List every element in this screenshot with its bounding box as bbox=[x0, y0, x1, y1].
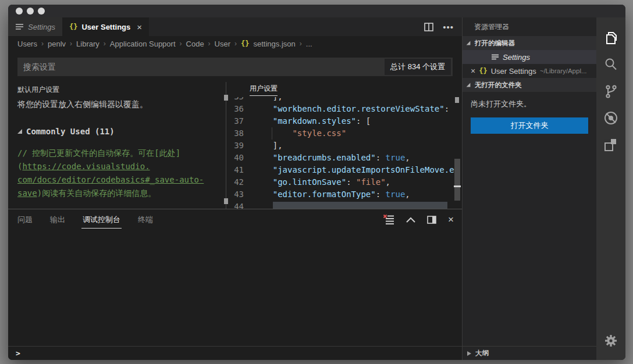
line-number: 43 bbox=[226, 188, 253, 201]
json-code-editor[interactable]: 35 ],36 "workbench.editor.restoreViewSta… bbox=[226, 97, 462, 209]
commonly-used-label: Commonly Used (11) bbox=[26, 127, 115, 136]
line-number: 38 bbox=[226, 127, 253, 140]
code-text: "markdown.styles": [ bbox=[253, 115, 371, 127]
editor-region: Settings {} User Settings × ••• Users›pe… bbox=[8, 17, 463, 360]
editor-tabbar: Settings {} User Settings × ••• bbox=[8, 17, 462, 36]
bottom-panel: 问题输出调试控制台终端 × bbox=[8, 209, 462, 360]
panel-tab-输出[interactable]: 输出 bbox=[49, 211, 66, 229]
split-editor-icon[interactable] bbox=[424, 23, 433, 31]
breadcrumb-separator: › bbox=[70, 40, 72, 48]
twisty-expanded-icon bbox=[467, 41, 471, 45]
json-file-icon: {} bbox=[69, 23, 77, 31]
code-line: 43 "editor.formatOnType": true, bbox=[226, 188, 462, 201]
open-editor-item-user-settings[interactable]: × {} User Settings ~/Library/Appl... bbox=[463, 64, 596, 78]
code-text: "workbench.editor.restoreViewState": bbox=[253, 103, 454, 115]
default-settings-pane: 默认用户设置 将您的设置放入右侧编辑器以覆盖。 Commonly Used (1… bbox=[8, 82, 226, 209]
debug-icon[interactable] bbox=[596, 105, 625, 131]
extensions-icon[interactable] bbox=[596, 131, 625, 158]
manage-gear-icon[interactable] bbox=[596, 327, 625, 354]
comment-line: (https://code.visualstudio. bbox=[17, 160, 226, 173]
code-text: ], bbox=[253, 97, 283, 103]
close-editor-icon[interactable]: × bbox=[471, 66, 475, 76]
panel-position-icon[interactable] bbox=[427, 216, 436, 224]
line-number: 40 bbox=[226, 152, 253, 164]
explorer-sidebar: 资源管理器 打开的编辑器 Settings × {} User Settings… bbox=[463, 17, 596, 360]
traffic-light-minimize[interactable] bbox=[27, 8, 34, 15]
breadcrumb-item[interactable]: Library bbox=[76, 40, 99, 48]
more-actions-icon[interactable]: ••• bbox=[443, 22, 454, 32]
breadcrumb-separator: › bbox=[180, 40, 182, 48]
breadcrumb-item[interactable]: Application Support bbox=[110, 40, 176, 48]
code-line: 44 bbox=[226, 201, 462, 209]
user-settings-pane: 用户设置 35 ],36 "workbench.editor.restoreVi… bbox=[226, 82, 462, 209]
breadcrumb-separator: › bbox=[104, 40, 106, 48]
panel-tab-调试控制台[interactable]: 调试控制台 bbox=[81, 211, 122, 229]
open-folder-button[interactable]: 打开文件夹 bbox=[471, 117, 588, 134]
commonly-used-section[interactable]: Commonly Used (11) bbox=[17, 127, 226, 136]
breadcrumb-item-file[interactable]: settings.json bbox=[254, 40, 296, 48]
line-number: 37 bbox=[226, 115, 253, 127]
comment-line: com/docs/editor/codebasics#_save-auto- bbox=[17, 173, 226, 187]
traffic-light-zoom[interactable] bbox=[38, 8, 45, 15]
sidebar-empty-space bbox=[463, 140, 596, 346]
settings-search-input[interactable] bbox=[23, 62, 385, 72]
tab-close-icon[interactable]: × bbox=[137, 22, 142, 32]
code-text: "breadcrumbs.enabled": true, bbox=[253, 152, 410, 164]
clear-console-icon[interactable] bbox=[383, 215, 394, 224]
debug-console-output[interactable] bbox=[8, 230, 462, 346]
breadcrumb-separator: › bbox=[300, 40, 302, 48]
overview-ruler-mark bbox=[454, 185, 461, 187]
line-number: 39 bbox=[226, 140, 253, 152]
code-text: "javascript.updateImportsOnFileMove.e bbox=[253, 164, 454, 176]
breadcrumb-item[interactable]: Code bbox=[186, 40, 204, 48]
breadcrumb-item[interactable]: Users bbox=[17, 40, 37, 48]
scrollbar-thumb[interactable] bbox=[454, 159, 460, 201]
settings-editor-icon bbox=[492, 53, 499, 60]
twisty-expanded-icon bbox=[17, 129, 22, 134]
search-row: 总计 834 个设置 bbox=[8, 51, 462, 82]
code-line: 39 ], bbox=[226, 140, 462, 152]
tab-settings-label: Settings bbox=[28, 23, 55, 31]
sidebar-title: 资源管理器 bbox=[463, 17, 596, 36]
close-panel-icon[interactable]: × bbox=[448, 214, 454, 226]
settings-search-box[interactable]: 总计 834 个设置 bbox=[17, 58, 453, 76]
code-line: 42 "go.lintOnSave": "file", bbox=[226, 176, 462, 188]
breadcrumb-item[interactable]: penlv bbox=[48, 40, 66, 48]
panel-tab-问题[interactable]: 问题 bbox=[16, 211, 34, 229]
tab-user-settings[interactable]: {} User Settings × bbox=[62, 17, 149, 36]
line-number: 44 bbox=[226, 201, 253, 209]
open-editor-label: Settings bbox=[503, 53, 530, 62]
comment-line: save)阅读有关自动保存的详细信息。 bbox=[17, 187, 226, 200]
open-editor-item-settings[interactable]: Settings bbox=[463, 50, 596, 64]
outline-label: 大纲 bbox=[475, 349, 489, 358]
tab-user-settings-label: User Settings bbox=[81, 23, 130, 31]
outline-section[interactable]: 大纲 bbox=[463, 346, 596, 360]
explorer-icon[interactable] bbox=[596, 24, 625, 51]
code-line: 40 "breadcrumbs.enabled": true, bbox=[226, 152, 462, 164]
maximize-panel-icon[interactable] bbox=[406, 217, 415, 223]
traffic-light-close[interactable] bbox=[16, 8, 23, 15]
source-control-icon[interactable] bbox=[596, 78, 625, 105]
twisty-collapsed-icon bbox=[467, 351, 471, 356]
breadcrumb-separator: › bbox=[41, 40, 44, 48]
tab-settings[interactable]: Settings bbox=[8, 17, 62, 36]
open-editors-section[interactable]: 打开的编辑器 bbox=[463, 36, 596, 50]
editor-scrollbar[interactable] bbox=[454, 97, 461, 209]
debug-console-input[interactable]: > bbox=[8, 346, 462, 360]
code-line: 37 "markdown.styles": [ bbox=[226, 115, 462, 127]
settings-editor-icon bbox=[15, 23, 24, 31]
code-line: 35 ], bbox=[226, 97, 462, 103]
breadcrumb-item[interactable]: User bbox=[215, 40, 230, 48]
breadcrumb-item-more[interactable]: ... bbox=[306, 40, 312, 48]
breadcrumb[interactable]: Users›penlv›Library›Application Support›… bbox=[8, 36, 462, 51]
search-icon[interactable] bbox=[596, 51, 625, 78]
breadcrumb-separator: › bbox=[234, 40, 237, 48]
scroll-decoration bbox=[455, 97, 459, 103]
code-text: "go.lintOnSave": "file", bbox=[253, 176, 390, 188]
code-text: "style.css" bbox=[253, 127, 346, 140]
vscode-window: Settings {} User Settings × ••• Users›pe… bbox=[8, 5, 625, 360]
no-folder-section[interactable]: 无打开的文件夹 bbox=[463, 78, 596, 92]
panel-tab-终端[interactable]: 终端 bbox=[137, 211, 154, 229]
open-editor-path: ~/Library/Appl... bbox=[540, 67, 587, 74]
panel-titlebar: 问题输出调试控制台终端 × bbox=[8, 209, 462, 230]
